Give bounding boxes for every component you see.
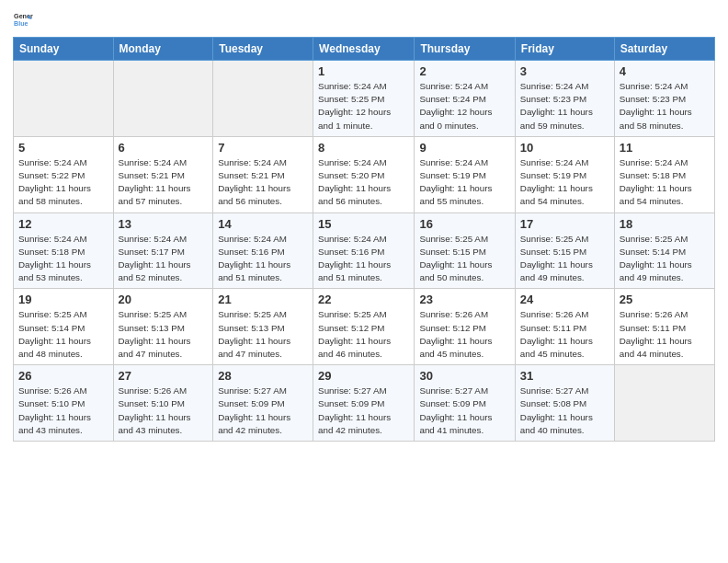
day-info: Sunrise: 5:24 AM Sunset: 5:16 PM Dayligh… bbox=[318, 233, 409, 285]
calendar-week-row: 26Sunrise: 5:26 AM Sunset: 5:10 PM Dayli… bbox=[14, 365, 715, 442]
day-number: 26 bbox=[18, 369, 108, 383]
logo: General Blue bbox=[13, 9, 33, 29]
day-info: Sunrise: 5:25 AM Sunset: 5:14 PM Dayligh… bbox=[18, 308, 108, 361]
calendar-cell: 24Sunrise: 5:26 AM Sunset: 5:11 PM Dayli… bbox=[515, 289, 614, 365]
calendar-cell: 1Sunrise: 5:24 AM Sunset: 5:25 PM Daylig… bbox=[313, 61, 415, 137]
calendar-cell: 5Sunrise: 5:24 AM Sunset: 5:22 PM Daylig… bbox=[14, 136, 114, 213]
calendar-cell: 15Sunrise: 5:24 AM Sunset: 5:16 PM Dayli… bbox=[313, 213, 415, 289]
calendar-cell: 29Sunrise: 5:27 AM Sunset: 5:09 PM Dayli… bbox=[313, 365, 415, 442]
weekday-header-thursday: Thursday bbox=[415, 38, 515, 61]
day-info: Sunrise: 5:24 AM Sunset: 5:17 PM Dayligh… bbox=[119, 233, 209, 285]
calendar-cell: 18Sunrise: 5:25 AM Sunset: 5:14 PM Dayli… bbox=[614, 213, 714, 289]
day-info: Sunrise: 5:24 AM Sunset: 5:19 PM Dayligh… bbox=[419, 156, 509, 209]
day-number: 15 bbox=[318, 217, 409, 231]
day-number: 16 bbox=[419, 217, 509, 231]
day-info: Sunrise: 5:24 AM Sunset: 5:25 PM Dayligh… bbox=[318, 80, 409, 132]
day-info: Sunrise: 5:24 AM Sunset: 5:18 PM Dayligh… bbox=[18, 233, 108, 285]
calendar-week-row: 19Sunrise: 5:25 AM Sunset: 5:14 PM Dayli… bbox=[14, 289, 715, 365]
calendar-cell: 19Sunrise: 5:25 AM Sunset: 5:14 PM Dayli… bbox=[14, 289, 114, 365]
day-number: 24 bbox=[520, 293, 609, 306]
weekday-header-wednesday: Wednesday bbox=[313, 38, 415, 61]
calendar-cell bbox=[213, 61, 313, 137]
calendar-cell: 14Sunrise: 5:24 AM Sunset: 5:16 PM Dayli… bbox=[213, 213, 313, 289]
weekday-header-friday: Friday bbox=[515, 38, 614, 61]
day-number: 3 bbox=[520, 64, 609, 78]
day-number: 28 bbox=[218, 369, 308, 383]
day-number: 5 bbox=[18, 141, 108, 155]
day-number: 21 bbox=[218, 293, 308, 306]
calendar-body: 1Sunrise: 5:24 AM Sunset: 5:25 PM Daylig… bbox=[14, 61, 715, 442]
day-number: 7 bbox=[218, 141, 308, 155]
svg-text:General: General bbox=[14, 13, 33, 20]
calendar-cell: 4Sunrise: 5:24 AM Sunset: 5:23 PM Daylig… bbox=[614, 61, 714, 137]
calendar-cell: 25Sunrise: 5:26 AM Sunset: 5:11 PM Dayli… bbox=[614, 289, 714, 365]
calendar-table: SundayMondayTuesdayWednesdayThursdayFrid… bbox=[13, 37, 715, 442]
day-info: Sunrise: 5:24 AM Sunset: 5:18 PM Dayligh… bbox=[620, 156, 710, 209]
day-info: Sunrise: 5:27 AM Sunset: 5:09 PM Dayligh… bbox=[419, 385, 509, 437]
calendar-cell: 8Sunrise: 5:24 AM Sunset: 5:20 PM Daylig… bbox=[313, 136, 415, 213]
day-number: 13 bbox=[119, 217, 209, 231]
day-number: 2 bbox=[419, 64, 509, 78]
day-info: Sunrise: 5:24 AM Sunset: 5:23 PM Dayligh… bbox=[620, 80, 710, 132]
day-number: 1 bbox=[318, 64, 409, 78]
calendar-cell: 28Sunrise: 5:27 AM Sunset: 5:09 PM Dayli… bbox=[213, 365, 313, 442]
weekday-header-sunday: Sunday bbox=[14, 38, 114, 61]
calendar-cell: 21Sunrise: 5:25 AM Sunset: 5:13 PM Dayli… bbox=[213, 289, 313, 365]
day-number: 29 bbox=[318, 369, 409, 383]
calendar-cell: 6Sunrise: 5:24 AM Sunset: 5:21 PM Daylig… bbox=[113, 136, 213, 213]
day-number: 4 bbox=[620, 64, 710, 78]
day-number: 18 bbox=[620, 217, 710, 231]
day-number: 31 bbox=[520, 369, 609, 383]
day-number: 23 bbox=[419, 293, 509, 306]
weekday-header-monday: Monday bbox=[113, 38, 213, 61]
day-info: Sunrise: 5:24 AM Sunset: 5:21 PM Dayligh… bbox=[218, 156, 308, 209]
calendar-cell: 13Sunrise: 5:24 AM Sunset: 5:17 PM Dayli… bbox=[113, 213, 213, 289]
calendar-cell: 16Sunrise: 5:25 AM Sunset: 5:15 PM Dayli… bbox=[415, 213, 515, 289]
calendar-week-row: 5Sunrise: 5:24 AM Sunset: 5:22 PM Daylig… bbox=[14, 136, 715, 213]
day-number: 27 bbox=[119, 369, 209, 383]
calendar-week-row: 1Sunrise: 5:24 AM Sunset: 5:25 PM Daylig… bbox=[14, 61, 715, 137]
day-info: Sunrise: 5:24 AM Sunset: 5:24 PM Dayligh… bbox=[419, 80, 509, 132]
calendar-cell: 10Sunrise: 5:24 AM Sunset: 5:19 PM Dayli… bbox=[515, 136, 614, 213]
day-info: Sunrise: 5:25 AM Sunset: 5:12 PM Dayligh… bbox=[318, 308, 409, 361]
calendar-cell bbox=[113, 61, 213, 137]
day-info: Sunrise: 5:26 AM Sunset: 5:11 PM Dayligh… bbox=[620, 308, 710, 361]
calendar-cell: 30Sunrise: 5:27 AM Sunset: 5:09 PM Dayli… bbox=[415, 365, 515, 442]
calendar-cell bbox=[614, 365, 714, 442]
day-number: 12 bbox=[18, 217, 108, 231]
day-number: 17 bbox=[520, 217, 609, 231]
day-number: 9 bbox=[419, 141, 509, 155]
day-number: 20 bbox=[119, 293, 209, 306]
calendar-week-row: 12Sunrise: 5:24 AM Sunset: 5:18 PM Dayli… bbox=[14, 213, 715, 289]
day-number: 25 bbox=[620, 293, 710, 306]
day-info: Sunrise: 5:26 AM Sunset: 5:10 PM Dayligh… bbox=[18, 385, 108, 437]
calendar-cell: 27Sunrise: 5:26 AM Sunset: 5:10 PM Dayli… bbox=[113, 365, 213, 442]
calendar-cell bbox=[14, 61, 114, 137]
weekday-header-tuesday: Tuesday bbox=[213, 38, 313, 61]
day-number: 19 bbox=[18, 293, 108, 306]
day-info: Sunrise: 5:25 AM Sunset: 5:15 PM Dayligh… bbox=[520, 233, 609, 285]
day-info: Sunrise: 5:25 AM Sunset: 5:13 PM Dayligh… bbox=[119, 308, 209, 361]
day-info: Sunrise: 5:26 AM Sunset: 5:11 PM Dayligh… bbox=[520, 308, 609, 361]
day-info: Sunrise: 5:27 AM Sunset: 5:09 PM Dayligh… bbox=[318, 385, 409, 437]
calendar-cell: 31Sunrise: 5:27 AM Sunset: 5:08 PM Dayli… bbox=[515, 365, 614, 442]
calendar-cell: 2Sunrise: 5:24 AM Sunset: 5:24 PM Daylig… bbox=[415, 61, 515, 137]
svg-text:Blue: Blue bbox=[14, 20, 28, 28]
day-info: Sunrise: 5:24 AM Sunset: 5:21 PM Dayligh… bbox=[119, 156, 209, 209]
day-number: 14 bbox=[218, 217, 308, 231]
day-info: Sunrise: 5:25 AM Sunset: 5:15 PM Dayligh… bbox=[419, 233, 509, 285]
calendar-cell: 22Sunrise: 5:25 AM Sunset: 5:12 PM Dayli… bbox=[313, 289, 415, 365]
day-number: 11 bbox=[620, 141, 710, 155]
calendar-cell: 20Sunrise: 5:25 AM Sunset: 5:13 PM Dayli… bbox=[113, 289, 213, 365]
calendar-cell: 9Sunrise: 5:24 AM Sunset: 5:19 PM Daylig… bbox=[415, 136, 515, 213]
day-info: Sunrise: 5:26 AM Sunset: 5:10 PM Dayligh… bbox=[119, 385, 209, 437]
calendar-header: SundayMondayTuesdayWednesdayThursdayFrid… bbox=[14, 38, 715, 61]
day-info: Sunrise: 5:24 AM Sunset: 5:16 PM Dayligh… bbox=[218, 233, 308, 285]
calendar-cell: 3Sunrise: 5:24 AM Sunset: 5:23 PM Daylig… bbox=[515, 61, 614, 137]
day-info: Sunrise: 5:25 AM Sunset: 5:14 PM Dayligh… bbox=[620, 233, 710, 285]
calendar-cell: 11Sunrise: 5:24 AM Sunset: 5:18 PM Dayli… bbox=[614, 136, 714, 213]
day-info: Sunrise: 5:25 AM Sunset: 5:13 PM Dayligh… bbox=[218, 308, 308, 361]
calendar-cell: 26Sunrise: 5:26 AM Sunset: 5:10 PM Dayli… bbox=[14, 365, 114, 442]
page-header: General Blue bbox=[13, 9, 715, 29]
day-number: 8 bbox=[318, 141, 409, 155]
